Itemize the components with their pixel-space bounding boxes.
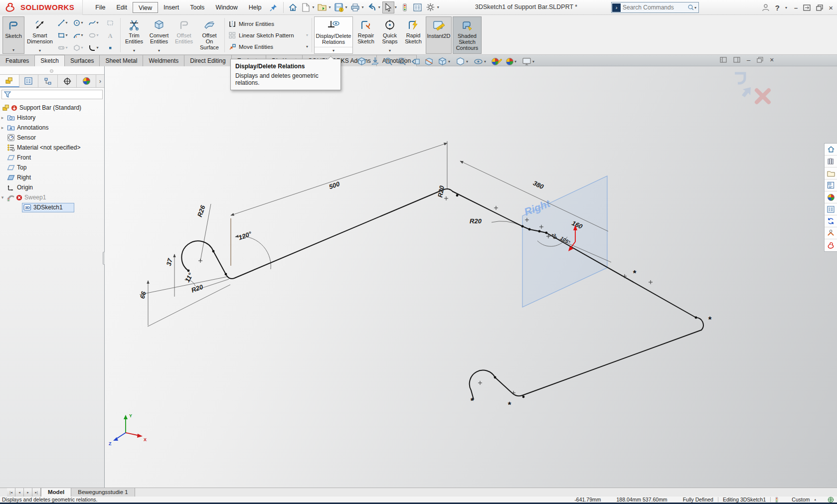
display-delete-dropdown-icon[interactable]: ▾ <box>315 47 352 53</box>
rectangle-tool[interactable]: ▾ <box>56 29 71 41</box>
selected-tree-item[interactable]: 3D 3DSketch1 <box>22 203 74 212</box>
tab-features[interactable]: Features <box>0 55 35 66</box>
tab-nav-next-button[interactable]: ▸ <box>24 488 32 497</box>
apply-scene-dropdown-icon[interactable]: ▾ <box>514 59 516 64</box>
tab-display-manager[interactable] <box>77 75 96 87</box>
dim-500[interactable]: 500 <box>328 180 341 190</box>
panel-tabs-overflow-icon[interactable]: › <box>96 75 104 87</box>
help-button[interactable]: ? <box>775 3 780 12</box>
tree-item-history[interactable]: ▸ History <box>0 113 104 123</box>
pin-icon[interactable] <box>268 1 280 13</box>
undo-button[interactable] <box>366 1 378 13</box>
task-home-button[interactable] <box>825 144 837 156</box>
trim-entities-group[interactable]: Trim Entities ▾ <box>123 16 146 54</box>
line-tool[interactable]: ▾ <box>56 16 71 29</box>
shaded-sketch-contours-button[interactable]: Shaded Sketch Contours <box>453 17 481 53</box>
zoom-fit-magnifier-button[interactable] <box>384 57 393 66</box>
dim-r20-left[interactable]: R20 <box>190 283 204 294</box>
print-dropdown-icon[interactable]: ▾ <box>362 5 364 9</box>
graphics-viewport[interactable]: Right * * * * 500 380 160 <box>105 66 837 488</box>
move-dropdown-icon[interactable]: ▾ <box>306 44 308 49</box>
tab-nav-last-button[interactable]: ▸| <box>32 488 41 497</box>
panel-splitter-handle[interactable] <box>50 69 53 73</box>
doc-minimize-icon[interactable]: – <box>747 56 750 64</box>
settings-gear-button[interactable] <box>425 1 437 13</box>
rectangle-dropdown-icon[interactable]: ▾ <box>65 33 67 37</box>
doc-restore-icon[interactable] <box>757 57 763 63</box>
settings-dropdown-icon[interactable]: ▾ <box>437 5 439 9</box>
status-configuration[interactable]: Custom <box>792 497 810 503</box>
tree-item-material[interactable]: Material <not specified> <box>0 143 104 153</box>
status-rebuild-icon[interactable] <box>775 497 778 503</box>
circle-tool[interactable]: ▾ <box>71 16 87 29</box>
move-entities-button[interactable]: Move Entities ▾ <box>228 42 308 51</box>
menu-tools[interactable]: Tools <box>184 2 210 13</box>
view-palette-button[interactable] <box>825 179 837 191</box>
pane-right-icon[interactable] <box>733 57 740 63</box>
arc-tool[interactable]: ▾ <box>71 29 87 41</box>
custom-properties-button[interactable] <box>825 203 837 215</box>
menu-insert[interactable]: Insert <box>158 2 184 13</box>
appearances-scenes-button[interactable] <box>825 191 837 203</box>
tree-filter-box[interactable] <box>1 90 103 99</box>
model-tab[interactable]: Model <box>41 488 71 497</box>
line-dropdown-icon[interactable]: ▾ <box>65 20 67 25</box>
tab-property-manager[interactable] <box>19 75 39 87</box>
dim-r26[interactable]: R26 <box>196 204 207 218</box>
sketch-endpoints[interactable] <box>187 194 697 398</box>
menu-view[interactable]: View <box>133 2 158 13</box>
fillet-tool[interactable]: ▾ <box>87 41 102 54</box>
search-scope-icon[interactable]: › <box>612 3 621 12</box>
view-settings-button[interactable]: ▾ <box>522 57 536 66</box>
menu-help[interactable]: Help <box>243 2 267 13</box>
repair-sketch-group[interactable]: Repair Sketch <box>354 16 378 54</box>
convert-entities-button[interactable]: Convert Entities <box>147 16 171 47</box>
doc-close-icon[interactable]: × <box>770 56 774 64</box>
dim-37[interactable]: 37 <box>165 257 174 267</box>
display-delete-relations-group[interactable]: Display/Delete Relations ▾ <box>314 16 353 54</box>
hide-show-items-button[interactable]: ▾ <box>474 57 488 66</box>
sheet-metal-resources-button[interactable] <box>825 227 837 239</box>
mirror-entities-button[interactable]: Mirror Entities <box>228 19 308 28</box>
dim-11deg[interactable]: 11° <box>183 271 194 283</box>
new-document-button[interactable] <box>300 1 312 13</box>
display-style-button[interactable]: ▾ <box>456 57 470 66</box>
normal-to-button[interactable] <box>370 57 380 66</box>
apply-scene-button[interactable]: ▾ <box>506 58 518 65</box>
rapid-sketch-button[interactable]: Rapid Sketch <box>402 16 425 54</box>
selection-box-tool[interactable] <box>102 16 118 29</box>
smart-dimension-dropdown-icon[interactable]: ▾ <box>25 47 54 54</box>
tree-item-right-plane[interactable]: Right <box>0 172 104 182</box>
fillet-dropdown-icon[interactable]: ▾ <box>96 45 98 50</box>
select-button[interactable] <box>382 1 394 13</box>
confirmation-corner[interactable] <box>735 73 769 102</box>
offset-on-surface-button[interactable]: Offset On Surface <box>196 16 222 54</box>
solidworks-resources-button[interactable] <box>825 239 837 251</box>
tree-item-3dsketch1[interactable]: 3D 3DSketch1 <box>0 202 104 212</box>
shaded-sketch-contours-group[interactable]: Shaded Sketch Contours <box>453 16 482 54</box>
motion-study-tab[interactable]: Bewegungsstudie 1 <box>71 488 135 497</box>
display-style-dropdown-icon[interactable]: ▾ <box>466 59 468 64</box>
dock-window-icon[interactable] <box>803 4 811 11</box>
zoom-to-area-button[interactable] <box>397 57 407 66</box>
solidworks-forum-button[interactable] <box>825 215 837 227</box>
tree-item-front-plane[interactable]: Front <box>0 153 104 163</box>
configuration-up-icon[interactable]: ▴ <box>814 498 816 502</box>
close-button[interactable]: × <box>829 3 833 12</box>
trim-dropdown-icon[interactable]: ▾ <box>123 47 146 54</box>
pane-left-icon[interactable] <box>720 57 727 63</box>
search-icon[interactable] <box>687 4 694 11</box>
section-view-button[interactable] <box>424 57 434 66</box>
dim-66[interactable]: 66 <box>139 290 148 300</box>
options-list-button[interactable] <box>412 1 424 13</box>
tab-sketch[interactable]: Sketch <box>35 55 65 66</box>
search-dropdown-icon[interactable]: ▾ <box>694 5 696 10</box>
offset-on-surface-group[interactable]: Offset On Surface <box>196 16 222 54</box>
expand-icon[interactable]: ▸ <box>0 125 5 130</box>
tree-item-origin[interactable]: Origin <box>0 182 104 192</box>
instant2d-group[interactable]: Instant2D <box>426 16 452 54</box>
hide-show-dropdown-icon[interactable]: ▾ <box>484 59 486 64</box>
help-dropdown-icon[interactable]: ▾ <box>785 5 787 10</box>
menu-window[interactable]: Window <box>210 2 243 13</box>
tree-item-sensor[interactable]: Sensor <box>0 133 104 143</box>
